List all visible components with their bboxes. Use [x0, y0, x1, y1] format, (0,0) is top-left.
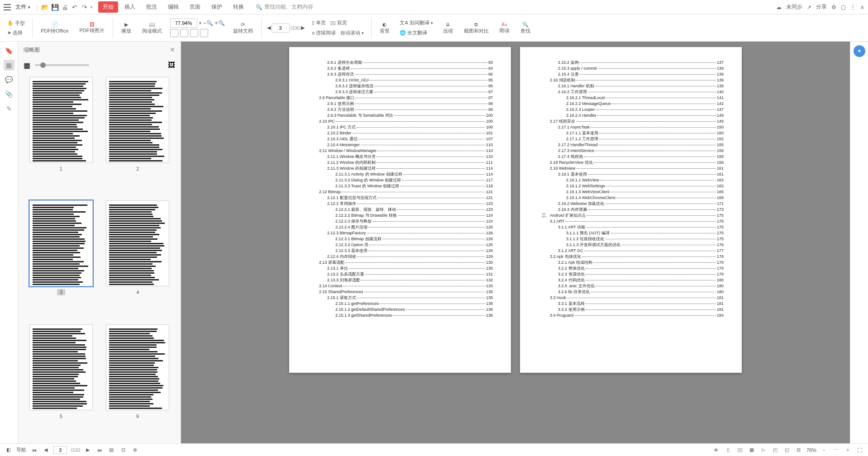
toc-entry[interactable]: 2.16.2 工作原理140	[542, 89, 724, 95]
toc-entry[interactable]: 3.1.2 ART GC177	[542, 248, 724, 254]
comment-icon[interactable]: 💬	[4, 74, 14, 85]
full-translate[interactable]: 🌐全文翻译	[398, 28, 434, 37]
toc-entry[interactable]: 2.8.3 进程存活95	[311, 71, 493, 77]
play-icon[interactable]: ▷	[759, 446, 768, 454]
layout3-icon[interactable]: ⊟	[795, 446, 803, 454]
thumbnail-page-5[interactable]	[29, 324, 93, 410]
toc-entry[interactable]: 3.3.1 基本流程181	[542, 301, 724, 307]
toc-entry[interactable]: 2.9 Parcelable 接口97	[311, 95, 493, 101]
toc-entry[interactable]: 2.17.2 HandlerThread155	[542, 142, 724, 148]
grid-icon[interactable]: ▦	[24, 61, 30, 70]
page-prev-icon[interactable]: ◀	[267, 25, 271, 31]
toc-entry[interactable]: 3.3.2 使用示例181	[542, 307, 724, 313]
prev-page-icon[interactable]: ◀	[42, 446, 50, 454]
toc-entry[interactable]: 2.10.3 AIDL 通信107	[311, 136, 493, 142]
toc-entry[interactable]: 2.12.2.1 裁剪、缩放、旋转、移动123	[311, 207, 493, 213]
toc-entry[interactable]: 2.16 消息机制139	[542, 77, 724, 83]
toc-entry[interactable]: 2.15.1.2 getDefaultSharedPreferences136	[311, 307, 493, 313]
status-page-input[interactable]	[53, 446, 67, 454]
bookmark-icon[interactable]: 🔖	[4, 45, 14, 56]
toc-entry[interactable]: 3.2.4 代码优化180	[542, 277, 724, 283]
tab-protect[interactable]: 保护	[207, 1, 227, 13]
toc-entry[interactable]: 2.11.1 Window 概念与分类110	[311, 154, 493, 160]
select-tool[interactable]: ➤选择	[5, 28, 27, 37]
double-page[interactable]: ▯▯双页	[329, 19, 349, 27]
signature-icon[interactable]: ✎	[4, 103, 14, 114]
toc-entry[interactable]: 3.2.1 Apk 组成结构178	[542, 260, 724, 266]
toc-entry[interactable]: 2.15.3 apply / commit139	[542, 66, 724, 71]
page-next-icon[interactable]: ▶	[301, 25, 305, 31]
toc-entry[interactable]: 2.12 Bitmap121	[311, 189, 493, 195]
dropdown-icon[interactable]: ▾	[199, 21, 201, 25]
pdf-to-office[interactable]: 📄PDF转Office	[38, 21, 72, 35]
toc-entry[interactable]: 2.12.1 配置信息与压缩方式121	[311, 195, 493, 201]
toc-entry[interactable]: 2.19.1 基本使用161	[542, 171, 724, 177]
compress-button[interactable]: ⇊压缩	[440, 21, 456, 35]
zoom-input[interactable]	[170, 19, 197, 28]
add-icon[interactable]: ⊕	[131, 446, 139, 454]
toc-entry[interactable]: 3.4 Proguard184	[542, 313, 724, 318]
sidebar-toggle-icon[interactable]: ◧	[5, 446, 13, 454]
toc-entry[interactable]: 3.2.5 .arsc 文件优化180	[542, 283, 724, 289]
fit-height-icon[interactable]	[200, 29, 208, 37]
toc-entry[interactable]: 2.8.3.2 进程被杀情况96	[311, 83, 493, 89]
toc-entry[interactable]: 2.19.3 内存泄漏173	[542, 207, 724, 213]
toc-entry[interactable]: 2.12.2.4 图片压缩125	[311, 224, 493, 230]
toc-entry[interactable]: 2.17.1 AsyncTask150	[542, 124, 724, 130]
toc-entry[interactable]: 2.17.1.1 基本使用150	[542, 130, 724, 136]
toc-entry[interactable]: 2.12.2.3 保存与释放124	[311, 218, 493, 224]
toc-entry[interactable]: 2.18 RecyclerView 优化159	[542, 160, 724, 166]
toc-entry[interactable]: 3.2 Apk 包体优化178	[542, 254, 724, 260]
more-icon[interactable]: ⋮	[850, 4, 856, 10]
tab-start[interactable]: 开始	[98, 1, 118, 13]
toc-entry[interactable]: 2.13 屏幕适配130	[311, 260, 493, 266]
pdf-to-image[interactable]: 🖼PDF转图片	[77, 21, 107, 35]
layout1-icon[interactable]: ◰	[771, 446, 779, 454]
view3-icon[interactable]: ▦	[748, 446, 756, 454]
read-aloud-button[interactable]: A»朗读	[497, 21, 512, 35]
tab-edit[interactable]: 编辑	[163, 1, 183, 13]
toc-entry[interactable]: 2.12.2.2 Bitmap 与 Drawable 转换124	[311, 213, 493, 218]
toc-entry[interactable]: 2.11.3.1 Activity 的 Window 创建过程114	[311, 171, 493, 177]
zoom-in-icon[interactable]: ＋	[844, 446, 852, 454]
toc-entry[interactable]: 2.13.3 刘海屏适配132	[311, 277, 493, 283]
page-input[interactable]	[272, 24, 290, 33]
thumbnails-icon[interactable]: ▦	[4, 60, 14, 71]
toc-entry[interactable]: 2.16.2.1 ThreadLocal141	[542, 95, 724, 101]
continuous[interactable]: ≡连续阅读	[310, 28, 338, 37]
toc-entry[interactable]: 2.10.2 Binder101	[311, 130, 493, 136]
toc-entry[interactable]: 2.15.1 获取方式135	[311, 295, 493, 301]
toc-entry[interactable]: 2.8.3.1 OOM_ADJ95	[311, 77, 493, 83]
toc-entry[interactable]: 3.1.1 ART 功能175	[542, 224, 724, 230]
background-button[interactable]: ◐背景	[377, 21, 392, 35]
redo-icon[interactable]: ↷	[81, 3, 89, 11]
toc-entry[interactable]: 3.1 ART175	[542, 218, 724, 224]
toc-entry[interactable]: 2.8.3.3 进程保活方案97	[311, 89, 493, 95]
toc-entry[interactable]: 2.16.2.2 MessageQueue142	[542, 101, 724, 107]
toc-entry[interactable]: 2.12.2 常用操作123	[311, 201, 493, 207]
toc-entry[interactable]: 2.12.3.1 Bitmap 创建流程126	[311, 236, 493, 242]
zoom-in-icon[interactable]: +🔍	[215, 20, 225, 26]
undo-icon[interactable]: ↶	[71, 3, 79, 11]
last-page-icon[interactable]: ⏭	[95, 446, 104, 454]
toc-entry[interactable]: 2.17 线程异步149	[542, 119, 724, 124]
toc-entry[interactable]: 2.19.1.1 WebView162	[542, 177, 724, 183]
toc-entry[interactable]: 2.13.1 单位130	[311, 266, 493, 271]
tab-annotate[interactable]: 批注	[142, 1, 162, 13]
tab-insert[interactable]: 插入	[120, 1, 140, 13]
fullscreen-icon[interactable]: ⛶	[855, 446, 863, 454]
tab-page[interactable]: 页面	[185, 1, 205, 13]
toc-entry[interactable]: 2.17.4 线程池158	[542, 154, 724, 160]
toc-entry[interactable]: 3.2.2 整体优化179	[542, 266, 724, 271]
cloud-icon[interactable]: ☁	[776, 4, 782, 10]
toc-entry[interactable]: 2.9.1 使用示例98	[311, 101, 493, 107]
share-icon[interactable]: ↗	[807, 4, 811, 10]
toc-entry[interactable]: 2.9.3 Parcelable 与 Serializable 对比100	[311, 113, 493, 119]
toc-entry[interactable]: 2.11.3.2 Dialog 的 Window 创建过程117	[311, 177, 493, 183]
toc-entry[interactable]: 2.10.4 Messenger110	[311, 142, 493, 148]
toc-entry[interactable]: 2.11.3 Window 的创建过程114	[311, 166, 493, 171]
actual-size-icon[interactable]	[190, 29, 198, 37]
view1-icon[interactable]: ▯	[724, 446, 732, 454]
toc-entry[interactable]: 2.19.1.3 WebViewClient165	[542, 189, 724, 195]
fit-width-icon[interactable]	[170, 29, 178, 37]
